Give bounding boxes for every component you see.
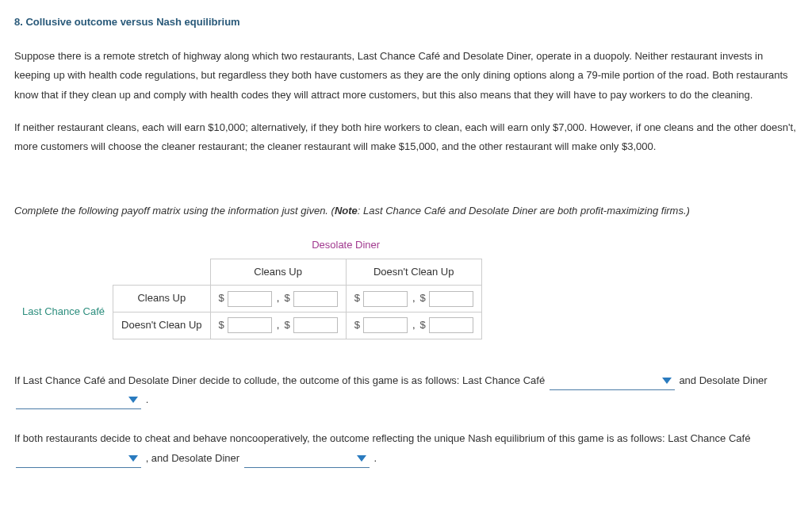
input-lcc-cleans-dd-cleans-dd[interactable] [293,291,338,307]
input-lcc-doesnt-dd-doesnt-dd[interactable] [429,317,473,333]
cell-cleans-doesnt: $ , $ [354,289,473,309]
chevron-down-icon [128,397,138,403]
row-player-label: Last Chance Café [14,286,113,339]
dropdown-nash-lcc[interactable] [16,451,141,468]
currency-symbol: $ [420,289,426,309]
q1-mid: and Desolate Diner [679,374,767,386]
comma: , [412,316,416,336]
question-heading: 8. Collusive outcome versus Nash equilib… [14,13,798,33]
comma: , [277,316,280,336]
instruction-pre: Complete the following payoff matrix usi… [14,205,335,217]
input-lcc-doesnt-dd-doesnt-lcc[interactable] [363,317,408,333]
comma: , [412,289,416,309]
input-lcc-cleans-dd-doesnt-dd[interactable] [429,291,473,307]
currency-symbol: $ [354,316,360,336]
q2-end: . [373,452,377,464]
q1-end: . [146,393,149,405]
collusion-question: If Last Chance Café and Desolate Diner d… [14,371,798,410]
input-lcc-doesnt-dd-cleans-lcc[interactable] [228,317,272,333]
currency-symbol: $ [354,289,360,309]
input-lcc-doesnt-dd-cleans-dd[interactable] [293,317,338,333]
cell-doesnt-cleans: $ , $ [219,316,338,336]
column-player-label: Desolate Diner [210,232,481,259]
comma: , [277,289,280,309]
input-lcc-cleans-dd-doesnt-lcc[interactable] [363,291,408,307]
chevron-down-icon [128,455,138,462]
currency-symbol: $ [219,316,224,336]
nash-question: If both restaurants decide to cheat and … [14,429,798,468]
currency-symbol: $ [219,289,224,309]
currency-symbol: $ [284,316,289,336]
row-label-doesnt: Doesn't Clean Up [113,312,210,339]
input-lcc-cleans-dd-cleans-lcc[interactable] [228,291,272,307]
chevron-down-icon [662,378,672,384]
cell-cleans-cleans: $ , $ [219,289,338,309]
payoff-matrix: Desolate Diner Cleans Up Doesn't Clean U… [14,232,798,339]
q2-mid: , and Desolate Diner [146,452,243,464]
q1-pre: If Last Chance Café and Desolate Diner d… [14,374,548,386]
instruction-post: : Last Chance Café and Desolate Diner ar… [358,205,690,217]
currency-symbol: $ [284,289,289,309]
scenario-para-2: If neither restaurant cleans, each will … [14,118,798,157]
dropdown-collude-dd[interactable] [16,393,141,409]
col-label-cleans: Cleans Up [210,259,346,286]
instruction-note-label: Note [335,205,358,217]
cell-doesnt-doesnt: $ , $ [354,316,473,336]
dropdown-nash-dd[interactable] [244,451,370,468]
row-label-cleans: Cleans Up [113,286,210,313]
scenario-para-1: Suppose there is a remote stretch of hig… [14,47,798,105]
col-label-doesnt: Doesn't Clean Up [346,259,481,286]
chevron-down-icon [357,455,366,462]
q2-pre: If both restaurants decide to cheat and … [14,432,750,444]
instruction-text: Complete the following payoff matrix usi… [14,201,798,221]
dropdown-collude-lcc[interactable] [550,374,675,390]
currency-symbol: $ [420,316,426,336]
